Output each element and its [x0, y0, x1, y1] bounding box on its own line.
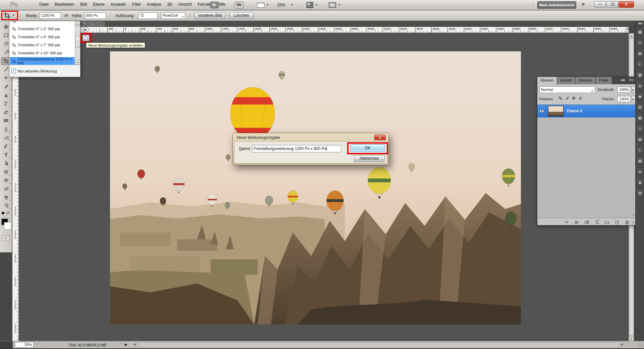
tool-3d-rotate[interactable]	[1, 176, 11, 184]
tab-kanaele[interactable]: Kanäle	[557, 77, 576, 84]
dock-panel-icon[interactable]: ◐	[637, 146, 643, 153]
preset-panel-flyout-button[interactable]: ▶	[83, 27, 89, 33]
preset-item[interactable]: Freistellen 5" x 3" 300 ppi	[10, 25, 74, 33]
minibridge-button[interactable]: Mb	[235, 2, 244, 8]
dock-panel-icon[interactable]: ◆	[637, 179, 643, 185]
view-extras-arrow[interactable]: ▼	[266, 3, 269, 6]
delete-button[interactable]	[623, 219, 631, 225]
view-extras-icon[interactable]	[257, 2, 264, 8]
cancel-button[interactable]: Abbrechen	[354, 155, 385, 162]
blend-mode-select[interactable]: Normal ▼	[539, 86, 595, 93]
preset-item[interactable]: Freistellen 5" x 7" 300 ppi	[10, 41, 74, 49]
dock-panel-icon[interactable]: ◆	[637, 93, 643, 99]
foreground-background-swap-icon[interactable]: ⇄	[1, 211, 10, 216]
dock-panel-icon[interactable]: ▦	[637, 157, 643, 164]
preset-scrollbar[interactable]: ▲ ≡ ▼	[75, 21, 80, 65]
preset-scroll-up[interactable]: ▲	[75, 21, 80, 26]
new-layer-button[interactable]	[613, 219, 621, 225]
layer-thumbnail[interactable]	[548, 106, 564, 116]
dock-panel-icon[interactable]: ▤	[637, 103, 643, 110]
workspace-button[interactable]: Mein Arbeitsbereich	[537, 1, 576, 9]
deckkraft-slider-arrow[interactable]: ▶	[631, 87, 635, 93]
flaeche-value[interactable]: 100%	[617, 96, 631, 102]
scroll-down-arrow[interactable]: ▼	[629, 336, 634, 341]
dock-panel-icon[interactable]: ▣	[637, 114, 643, 121]
window-resize-grip[interactable]	[638, 342, 644, 348]
hscroll-left-arrow[interactable]: ◀	[133, 343, 136, 346]
layer-list-scroll-down[interactable]: ▼	[632, 213, 635, 216]
statusbar-zoom-input[interactable]: 25%	[15, 342, 34, 348]
layer-visibility-cell[interactable]	[537, 105, 546, 117]
dock-panel-icon[interactable]: ◉	[637, 50, 643, 56]
dock-panel-icon[interactable]: ≡	[637, 39, 643, 46]
tool-clone-stamp[interactable]	[1, 91, 11, 99]
arrange-documents-icon[interactable]	[307, 2, 313, 8]
layer-name[interactable]: Ebene 0	[567, 109, 582, 113]
dock-panel-icon[interactable]: ▲	[637, 168, 643, 174]
tool-3d-orbit[interactable]	[1, 185, 11, 193]
new-tool-preset-dialog[interactable]: Neue Werkzeugvorgabe x Name: Freistellun…	[232, 133, 389, 165]
flaeche-slider-arrow[interactable]: ▶	[631, 96, 635, 102]
new-preset-button[interactable]	[83, 35, 89, 41]
vertical-ruler[interactable]: 4 0 06 0 08 0 01 0 0 01 2 0 01 4 0 01 6 …	[12, 33, 19, 341]
tab-pfade[interactable]: Pfade	[596, 77, 612, 84]
current-tool-only-row[interactable]: ✓ Nur aktuelles Werkzeug	[9, 65, 80, 77]
aufloesung-input[interactable]: 72	[138, 12, 158, 19]
lock-checker-button[interactable]	[557, 95, 563, 101]
menu-item-analyse[interactable]: Analyse	[144, 1, 164, 8]
tool-history-brush[interactable]	[1, 100, 11, 108]
lock-brush-button[interactable]	[564, 95, 570, 101]
tool-type[interactable]: T	[1, 151, 11, 159]
dock-panel-icon[interactable]: ◉	[637, 136, 643, 142]
panel-expand-icon[interactable]: ▶▶	[620, 77, 627, 84]
preset-name-input[interactable]: Freistellungswerkzeug 1200 Px x 800 Px	[252, 145, 341, 152]
breite-input[interactable]: 1200 Px	[40, 12, 61, 19]
folder-button[interactable]	[603, 219, 610, 225]
zoom-arrow[interactable]: ▼	[290, 3, 293, 6]
hoehe-input[interactable]: 800 Px	[85, 12, 106, 19]
bridge-button[interactable]: Br	[210, 2, 219, 8]
dock-panel-icon[interactable]: ▣	[637, 28, 643, 35]
swap-dimensions-icon[interactable]: ⇄	[64, 13, 68, 18]
status-flyout-arrow[interactable]: ▶	[125, 343, 127, 346]
layer-mask-button[interactable]	[583, 219, 590, 225]
unit-select[interactable]: Pixel/Zoll ▼	[161, 12, 185, 19]
vorderes-bild-button[interactable]: Vorderes Bild	[195, 12, 225, 19]
tool-custom-shape[interactable]	[1, 168, 11, 176]
lock-lock-button[interactable]	[578, 95, 583, 101]
background-color-swatch[interactable]	[4, 222, 11, 230]
current-tool-only-checkbox[interactable]: ✓	[11, 69, 16, 73]
loeschen-button[interactable]: Löschen	[229, 12, 254, 19]
panel-menu-icon[interactable]: ▼≡	[627, 77, 636, 84]
preset-item[interactable]: Freistellen 5" x 4" 300 ppi	[10, 33, 74, 41]
window-minimize-button[interactable]: —	[594, 1, 606, 8]
tool-hand[interactable]	[1, 193, 11, 201]
tool-dodge[interactable]	[1, 134, 11, 142]
fx-button[interactable]: fx	[573, 219, 580, 225]
dock-panel-icon[interactable]: ▤	[637, 189, 643, 196]
photo-canvas[interactable]	[110, 51, 521, 325]
crop-tool-preset-icon[interactable]	[4, 12, 10, 19]
hscroll-track[interactable]	[139, 342, 619, 348]
tool-eraser[interactable]	[1, 108, 11, 116]
menu-item-datei[interactable]: Datei	[36, 1, 52, 8]
ok-button[interactable]: OK	[351, 144, 385, 152]
arrange-documents-arrow[interactable]: ▼	[315, 3, 318, 6]
doc-size-info[interactable]: Dok: 45,9 MB/45,9 MB	[69, 343, 106, 347]
menu-item-3d[interactable]: 3D	[164, 1, 175, 8]
screen-mode-arrow[interactable]: ▼	[338, 3, 341, 6]
menu-item-filter[interactable]: Filter	[129, 1, 144, 8]
scroll-up-arrow[interactable]: ▲	[629, 33, 634, 38]
dock-panel-icon[interactable]: ▲	[637, 82, 643, 89]
document-tab[interactable]: * ×	[80, 21, 105, 27]
layer-row-ebene0[interactable]: Ebene 0	[537, 105, 636, 117]
tool-brush[interactable]	[1, 83, 11, 91]
link-button[interactable]	[563, 219, 570, 225]
dock-panel-icon[interactable]: ▦	[637, 71, 643, 78]
preset-item-selected[interactable]: Freistellungswerkzeug 1200 Px x 800	[10, 57, 74, 65]
preset-scroll-thumb[interactable]: ≡	[75, 36, 80, 47]
menu-item-ansicht[interactable]: Ansicht	[175, 1, 195, 8]
tab-masken[interactable]: Masken	[576, 77, 596, 84]
deckkraft-value[interactable]: 100%	[617, 87, 631, 93]
menu-item-ebene[interactable]: Ebene	[90, 1, 108, 8]
